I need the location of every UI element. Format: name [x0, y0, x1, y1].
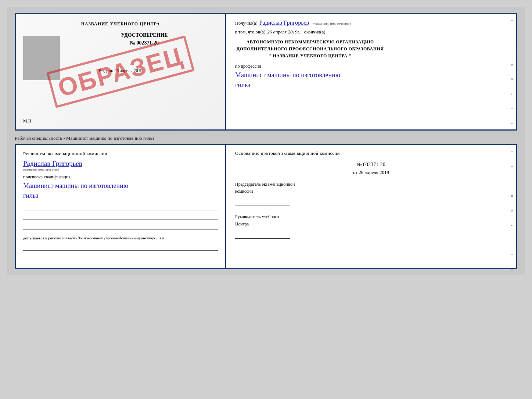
- sd8: –: [511, 121, 514, 125]
- side-dashes-bottom: – – – и а ‹– – – –: [511, 149, 514, 271]
- cert-photo: [23, 36, 60, 80]
- side-dashes-top: – – – и а ‹– – – –: [511, 18, 514, 140]
- okochil-label: окончил(а): [304, 29, 326, 35]
- cert-mp: М.П.: [23, 118, 32, 124]
- sd3: –: [511, 47, 514, 51]
- underline1: [23, 204, 218, 210]
- osnovanie-text: Основание: протокол экзаменационной коми…: [235, 151, 507, 156]
- sd1: –: [511, 18, 514, 22]
- ot-label: от: [353, 170, 357, 175]
- top-doc-left: НАЗВАНИЕ УЧЕБНОГО ЦЕНТРА УДОСТОВЕРЕНИЕ №…: [16, 14, 226, 129]
- qual-line1: Машинист машины по изготовлению: [23, 182, 128, 189]
- ot-date: 26 апреля 2019: [359, 170, 389, 175]
- bsd5: а: [511, 208, 514, 212]
- bsd6: ‹–: [511, 222, 514, 227]
- rukovoditel-line1: Руководитель учебного: [235, 213, 507, 220]
- vtom-line: в том, что он(а) 26 апреля 2019г. окончи…: [235, 29, 385, 35]
- bsd2: –: [511, 164, 514, 168]
- sd9: –: [511, 135, 514, 140]
- vtom-label: в том, что он(а): [235, 29, 265, 35]
- po-professii-label: по профессии: [235, 64, 385, 69]
- cert-number: № 002371-20: [71, 40, 218, 46]
- bottom-number: № 002371-20: [235, 162, 507, 168]
- resheniem-text: Решением экзаменационной комиссии: [23, 151, 218, 157]
- org-block: АВТОНОМНУЮ НЕКОММЕРЧЕСКУЮ ОРГАНИЗАЦИЮ ДО…: [235, 39, 385, 60]
- bottom-date: от 26 апреля 2019: [235, 170, 507, 175]
- vydano-label: Выдано: [98, 68, 113, 73]
- poluchil-label: Получил(а): [235, 21, 258, 26]
- poluchil-line: Получил(а) Радислав Григорьев – (фамилия…: [235, 19, 385, 26]
- top-doc-right-wrapper: Получил(а) Радислав Григорьев – (фамилия…: [226, 14, 516, 129]
- bsd4: и: [511, 193, 514, 197]
- rukovoditel-line2: Центра: [235, 221, 507, 228]
- cert-udostoverenie-label: УДОСТОВЕРЕНИЕ: [71, 32, 218, 38]
- qual-handwritten: Машинист машины по изготовлению гильз: [23, 181, 218, 201]
- underline4: [23, 244, 218, 251]
- poluchil-name: Радислав Григорьев: [259, 19, 309, 26]
- prisvoena-label: присвоена квалификация: [23, 174, 218, 180]
- bsd3: –: [511, 178, 514, 183]
- predsedatel-line1: Председатель экзаменационной: [235, 181, 507, 188]
- sd4: и: [511, 62, 514, 66]
- dopusk-text: работе согласно должностным (производств…: [48, 236, 164, 240]
- org-line1: АВТОНОМНУЮ НЕКОММЕРЧЕСКУЮ ОРГАНИЗАЦИЮ: [235, 39, 385, 46]
- cert-center: УДОСТОВЕРЕНИЕ № 002371-20: [71, 32, 218, 46]
- sd5: а: [511, 76, 514, 81]
- prof-line2: гильз: [235, 81, 250, 89]
- top-document: НАЗВАНИЕ УЧЕБНОГО ЦЕНТРА УДОСТОВЕРЕНИЕ №…: [15, 13, 517, 131]
- sd2: –: [511, 32, 514, 37]
- org-line3: " НАЗВАНИЕ УЧЕБНОГО ЦЕНТРА ": [235, 53, 385, 60]
- bottom-name-hw: Радислав Григорьев: [23, 160, 218, 168]
- dopusk-block: допускается к работе согласно должностны…: [23, 235, 218, 241]
- prof-line1: Машинист машины по изготовлению: [235, 71, 340, 79]
- page-wrapper: НАЗВАНИЕ УЧЕБНОГО ЦЕНТРА УДОСТОВЕРЕНИЕ №…: [7, 7, 525, 275]
- cert-school-title: НАЗВАНИЕ УЧЕБНОГО ЦЕНТРА: [23, 21, 218, 27]
- bottom-doc-right: Основание: протокол экзаменационной коми…: [226, 145, 516, 268]
- rukovoditel-block: Руководитель учебного Центра: [235, 213, 507, 227]
- bottom-document: Решением экзаменационной комиссии Радисл…: [15, 144, 517, 269]
- sd6: ‹–: [511, 91, 514, 96]
- vydano-date: 26 апреля 2019: [114, 68, 142, 73]
- separator-label: Рабочая специальность - Машинист машины …: [15, 133, 517, 144]
- po-professii: по профессии: [235, 64, 261, 69]
- bsd9: –: [511, 267, 514, 271]
- qual-line2: гильз: [23, 192, 38, 199]
- sd7: –: [511, 106, 514, 110]
- dopusk-label: допускается к: [23, 236, 47, 240]
- org-line2: ДОПОЛНИТЕЛЬНОГО ПРОФЕССИОНАЛЬНОГО ОБРАЗО…: [235, 46, 385, 53]
- underline2: [23, 213, 218, 220]
- bsd7: –: [511, 237, 514, 242]
- rukovoditel-signature: [235, 231, 290, 239]
- bottom-doc-left: Решением экзаменационной комиссии Радисл…: [16, 145, 226, 268]
- bsd1: –: [511, 149, 514, 153]
- predsedatel-line2: комиссии: [235, 188, 507, 195]
- bottom-name-sub: (фамилия, имя, отчество): [23, 168, 218, 171]
- predsedatel-block: Председатель экзаменационной комиссии: [235, 181, 507, 195]
- bsd8: –: [511, 252, 514, 256]
- underline3: [23, 223, 218, 229]
- predsedatel-signature: [235, 199, 290, 206]
- profession-handwritten: Машинист машины по изготовлению гильз: [235, 70, 385, 90]
- poluchil-sub: (фамилия, имя, отчество): [315, 22, 351, 25]
- top-doc-right: Получил(а) Радислав Григорьев – (фамилия…: [226, 14, 394, 96]
- vtom-date: 26 апреля 2019г.: [267, 29, 300, 35]
